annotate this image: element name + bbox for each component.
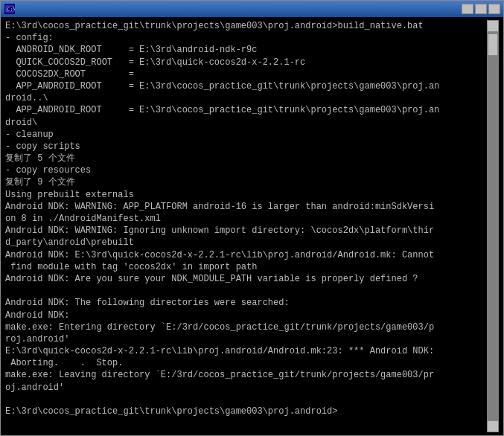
- cmd-icon: C:\: [4, 3, 16, 15]
- minimize-button[interactable]: [462, 4, 473, 14]
- close-button[interactable]: [488, 4, 500, 14]
- title-bar: C:\: [1, 1, 503, 17]
- scroll-up-button[interactable]: ▲: [487, 20, 499, 32]
- terminal-area[interactable]: E:\3rd\cocos_practice_git\trunk\projects…: [1, 17, 503, 435]
- scroll-track[interactable]: [487, 32, 499, 420]
- svg-text:C:\: C:\: [7, 7, 15, 13]
- scrollbar[interactable]: ▲ ▼: [487, 20, 499, 432]
- cmd-window: C:\ E:\3rd\cocos_practice_git\trunk\proj…: [0, 0, 504, 436]
- maximize-button[interactable]: [475, 4, 487, 14]
- terminal-output: E:\3rd\cocos_practice_git\trunk\projects…: [5, 20, 487, 432]
- window-controls: [462, 4, 500, 14]
- scroll-thumb[interactable]: [488, 33, 498, 56]
- scroll-down-button[interactable]: ▼: [487, 420, 499, 432]
